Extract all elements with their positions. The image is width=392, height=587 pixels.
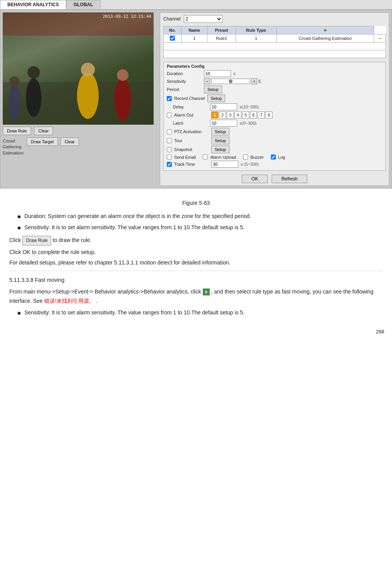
params-title: Parameters Config — [167, 64, 382, 69]
main-panel: 2013-09-12 12:15:44 Draw Rule Clear Crow… — [0, 10, 392, 189]
draw-rule-button[interactable]: Draw Rule — [3, 127, 31, 135]
bullet-sensitivity: ● Sensitivity: It is to set alarm sensit… — [17, 223, 383, 233]
svg-point-6 — [114, 78, 131, 121]
log-checkbox[interactable] — [271, 154, 276, 160]
row-checkbox[interactable] — [170, 36, 175, 41]
record-channel-label: Record Channel — [174, 96, 205, 101]
period-label: Period — [167, 87, 202, 92]
tour-row: Tour Setup — [167, 137, 382, 144]
svg-point-2 — [26, 78, 41, 117]
refresh-button[interactable]: Refresh — [272, 175, 307, 183]
alarm-num-6[interactable]: 6 — [250, 112, 257, 118]
alarm-num-5[interactable]: 5 — [242, 112, 249, 118]
ptz-row: PTZ Activation Setup — [167, 128, 382, 136]
record-channel-row: Record Channel Setup — [167, 94, 382, 102]
delay-input[interactable] — [210, 103, 237, 110]
row-rule-type: Crowd Gathering Estimation — [276, 34, 374, 43]
record-channel-checkbox[interactable] — [167, 96, 172, 101]
camera-overlay — [3, 12, 154, 125]
svg-point-4 — [77, 72, 99, 119]
col-rule-type: Rule Type — [236, 26, 276, 34]
row-checkbox-cell[interactable] — [164, 34, 181, 43]
track-time-unit: s (5~300) — [241, 162, 259, 166]
camera-background: 2013-09-12 12:15:44 — [3, 12, 154, 125]
sensitivity-row: Sensitivity − + 5 — [167, 78, 382, 84]
row-name: Rule1 — [207, 34, 236, 43]
ptz-setup-button[interactable]: Setup — [211, 128, 229, 136]
log-label: Log — [278, 155, 285, 160]
draw-target-button[interactable]: Draw Target — [27, 137, 58, 146]
period-setup-button[interactable]: Setup — [204, 86, 222, 93]
bullet-dot-2: ● — [17, 223, 21, 233]
duration-unit: s — [233, 71, 236, 76]
alarm-num-2[interactable]: 2 — [219, 112, 226, 118]
buzzer-checkbox[interactable] — [243, 154, 248, 160]
clear-button-1[interactable]: Clear — [34, 127, 53, 135]
send-email-checkbox[interactable] — [167, 154, 172, 160]
config-panel: Channel 2 No. Name Preset Rule Type + — [160, 12, 389, 186]
record-channel-setup-button[interactable]: Setup — [207, 94, 226, 102]
tab-behavior-analytics[interactable]: BEHAVIOR ANALYTICS — [0, 0, 66, 9]
camera-section: 2013-09-12 12:15:44 Draw Rule Clear Crow… — [3, 12, 157, 186]
latch-row: Latch s(0~300) — [173, 120, 382, 127]
plus-icon: + — [203, 288, 210, 295]
sensitivity-value: 5 — [258, 79, 261, 84]
bottom-buttons: OK Refresh — [163, 175, 386, 183]
for-detailed-para: For detailed setups, please refer to cha… — [9, 258, 383, 268]
snapshot-checkbox[interactable] — [167, 147, 172, 152]
alarm-num-4[interactable]: 4 — [235, 112, 241, 118]
latch-label: Latch — [173, 121, 208, 125]
svg-point-7 — [117, 69, 128, 81]
latch-input[interactable] — [210, 120, 237, 127]
from-main-end: . — [94, 298, 98, 304]
click-prefix: Click — [9, 237, 22, 243]
duration-label: Duration — [167, 71, 202, 76]
click-suffix: to draw the rule. — [53, 237, 91, 243]
sensitivity-minus[interactable]: − — [204, 78, 210, 84]
camera-timestamp: 2013-09-12 12:15:44 — [103, 14, 151, 19]
snapshot-label: Snapshot — [174, 147, 209, 152]
tour-setup-button[interactable]: Setup — [211, 137, 229, 144]
delay-label: Delay — [173, 105, 208, 109]
row-delete[interactable]: − — [374, 34, 386, 43]
snapshot-setup-button[interactable]: Setup — [211, 146, 229, 153]
svg-point-9 — [9, 76, 19, 86]
sensitivity-slider-wrapper: − + 5 — [204, 78, 261, 84]
alarm-out-checkbox[interactable] — [167, 113, 172, 118]
section-heading: 5.11.3.3.8 Fast moving — [9, 276, 383, 285]
page-number: 288 — [0, 326, 392, 338]
sensitivity-plus[interactable]: + — [251, 78, 257, 84]
col-name: Name — [181, 26, 207, 34]
bullet-sensitivity-text: Sensitivity: It is to set alarm sensitiv… — [24, 223, 245, 232]
clear-button-2[interactable]: Clear — [60, 137, 79, 146]
bullet-sensitivity-2: ● Sensitivity: It is to set alarm sensit… — [17, 308, 383, 318]
delay-row: Delay s(10~300) — [173, 103, 382, 110]
alarm-num-7[interactable]: 7 — [258, 112, 265, 118]
from-main-para: From main menu->Setup->Event-> Behavior … — [9, 287, 383, 306]
sensitivity-track[interactable] — [211, 79, 250, 84]
channel-select[interactable]: 2 — [184, 15, 223, 23]
table-row: 1 Rule1 1 Crowd Gathering Estimation − — [164, 34, 386, 43]
track-time-input[interactable] — [211, 161, 238, 168]
bullet-sensitivity-2-text: Sensitivity: It is to set alarm sensitiv… — [24, 308, 245, 318]
alarm-num-8[interactable]: 8 — [265, 112, 272, 118]
duration-input[interactable] — [204, 70, 231, 77]
track-time-row: Track Time s (5~300) — [167, 161, 382, 168]
from-main-text: From main menu->Setup->Event-> Behavior … — [9, 288, 201, 295]
alarm-num-1[interactable]: 1 — [211, 112, 218, 118]
alarm-upload-checkbox[interactable] — [203, 154, 208, 160]
alarm-upload-label: Alarm Upload — [210, 155, 236, 160]
snapshot-row: Snapshot Setup — [167, 146, 382, 153]
ok-button[interactable]: OK — [242, 175, 268, 183]
tab-global[interactable]: GLOBAL — [66, 0, 101, 9]
alarm-out-row: Alarm Out 1 2 3 4 5 6 7 8 — [167, 112, 382, 118]
alarm-num-3[interactable]: 3 — [227, 112, 234, 118]
content-area: Figure 5-83 ● Duration: System can gener… — [0, 189, 392, 326]
tab-bar: BEHAVIOR ANALYTICS GLOBAL — [0, 0, 392, 10]
ptz-checkbox[interactable] — [167, 129, 172, 134]
track-time-checkbox[interactable] — [167, 162, 172, 167]
col-add[interactable]: + — [276, 26, 374, 34]
tour-checkbox[interactable] — [167, 138, 172, 143]
draw-rule-inline-btn[interactable]: Draw Rule — [22, 236, 51, 245]
duration-row: Duration s — [167, 70, 382, 77]
